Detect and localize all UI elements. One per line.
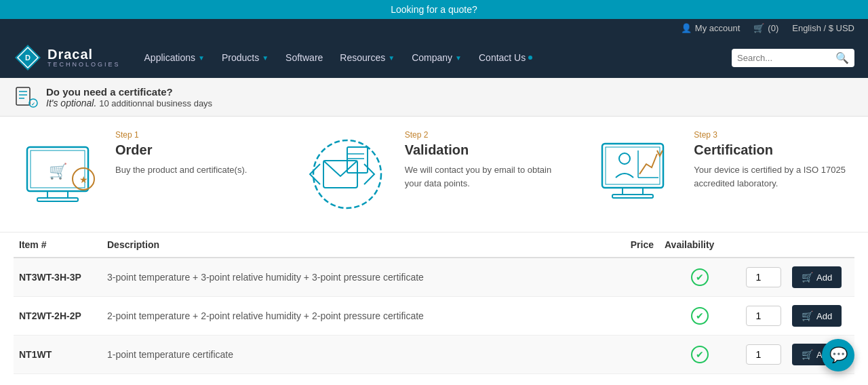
step-3-image [592, 130, 680, 218]
description-cell: 1-point temperature certificate [102, 336, 591, 374]
quantity-input[interactable] [746, 267, 781, 287]
nav-company[interactable]: Company ▼ [405, 47, 469, 68]
nav-applications[interactable]: Applications ▼ [138, 47, 212, 68]
add-to-cart-button[interactable]: 🛒 Add [792, 305, 842, 327]
my-account-link[interactable]: 👤 My account [681, 23, 740, 33]
add-label: Add [816, 272, 832, 283]
step-2-image [303, 130, 391, 218]
chat-bubble-button[interactable]: 💬 [822, 339, 854, 371]
svg-text:🛒: 🛒 [49, 162, 68, 180]
availability-check-icon: ✔ [691, 268, 709, 286]
main-header: D Dracal Technologies Applications ▼ Pro… [0, 37, 868, 78]
availability-check-icon: ✔ [691, 307, 709, 325]
quantity-input[interactable] [746, 344, 781, 365]
search-icon[interactable]: 🔍 [835, 52, 849, 64]
cart-link[interactable]: 🛒 (0) [753, 23, 778, 33]
svg-rect-23 [623, 188, 643, 195]
svg-rect-12 [37, 198, 78, 201]
col-add [787, 232, 854, 258]
svg-text:D: D [25, 54, 31, 62]
cart-icon: 🛒 [802, 310, 813, 321]
step-3-label: Step 3 [694, 130, 854, 140]
add-cell[interactable]: 🛒 Add [787, 258, 854, 297]
step-1-image: 🛒 ★ [14, 130, 102, 218]
add-label: Add [816, 311, 832, 321]
step-3-description: Your device is certified by a ISO 17025 … [694, 163, 854, 190]
price-cell [591, 258, 659, 297]
step-1-info: Step 1 Order Buy the product and certifi… [115, 130, 247, 177]
nav-contact-label: Contact Us [479, 52, 526, 63]
table-header-row: Item # Description Price Availability [14, 232, 854, 258]
banner-text: Looking for a quote? [391, 4, 477, 15]
brand-sub: Technologies [47, 61, 121, 68]
search-input[interactable] [737, 53, 832, 63]
svg-rect-21 [602, 144, 663, 188]
notification-dot [528, 56, 532, 60]
qty-cell[interactable] [741, 336, 787, 374]
cert-text: Do you need a certificate? It's optional… [46, 86, 212, 108]
table-row: NT2WT-2H-2P 2-point temperature + 2-poin… [14, 297, 854, 336]
col-item-num: Item # [14, 232, 102, 258]
qty-cell[interactable] [741, 297, 787, 336]
products-table: Item # Description Price Availability NT… [14, 232, 854, 374]
col-description: Description [102, 232, 591, 258]
nav-contact[interactable]: Contact Us [472, 47, 539, 68]
account-label: My account [695, 23, 740, 33]
table-section: Item # Description Price Availability NT… [0, 232, 868, 374]
description-cell: 3-point temperature + 3-point relative h… [102, 258, 591, 297]
add-cell[interactable]: 🛒 Add [787, 297, 854, 336]
steps-section: 🛒 ★ Step 1 Order Buy the product and cer… [0, 117, 868, 232]
cert-optional: It's optional. [46, 98, 96, 108]
item-num-cell: NT3WT-3H-3P [14, 258, 102, 297]
nav-products[interactable]: Products ▼ [215, 47, 275, 68]
step-2-title: Validation [405, 142, 566, 158]
nav-resources[interactable]: Resources ▼ [333, 47, 401, 68]
step-3-info: Step 3 Certification Your device is cert… [694, 130, 854, 190]
nav-company-label: Company [412, 52, 452, 63]
cert-days: 10 additionnal business days [99, 98, 212, 108]
svg-rect-11 [47, 191, 68, 198]
chevron-down-icon: ▼ [455, 54, 462, 62]
logo[interactable]: D Dracal Technologies [14, 43, 121, 72]
item-num-cell: NT2WT-2H-2P [14, 297, 102, 336]
language-selector[interactable]: English / $ USD [792, 23, 854, 33]
step-2-label: Step 2 [405, 130, 566, 140]
certificate-icon: ✓ [14, 85, 38, 109]
qty-cell[interactable] [741, 258, 787, 297]
nav-resources-label: Resources [340, 52, 385, 63]
svg-text:★: ★ [79, 174, 88, 185]
step-2-description: We will contact you by email to obtain y… [405, 163, 566, 190]
cart-count: (0) [768, 23, 778, 33]
language-label: English / $ USD [792, 23, 854, 33]
price-cell [591, 336, 659, 374]
cart-icon: 🛒 [802, 349, 813, 360]
nav-products-label: Products [222, 52, 259, 63]
svg-point-25 [619, 153, 630, 164]
cart-icon: 🛒 [753, 23, 764, 33]
search-area[interactable]: 🔍 [732, 49, 854, 67]
availability-check-icon: ✔ [691, 346, 709, 363]
step-3-title: Certification [694, 142, 854, 158]
main-nav: Applications ▼ Products ▼ Software Resou… [138, 47, 725, 68]
brand-name: Dracal [47, 47, 121, 61]
svg-text:✓: ✓ [31, 102, 35, 106]
cart-icon: 🛒 [802, 272, 813, 283]
svg-rect-3 [16, 87, 30, 105]
chevron-down-icon: ▼ [262, 54, 269, 62]
utility-bar: 👤 My account 🛒 (0) English / $ USD [0, 19, 868, 37]
step-1-description: Buy the product and certificate(s). [115, 163, 247, 177]
availability-cell: ✔ [659, 297, 741, 336]
step-2-block: Step 2 Validation We will contact you by… [303, 130, 566, 218]
account-icon: 👤 [681, 23, 692, 33]
chevron-down-icon: ▼ [198, 54, 205, 62]
item-num-cell: NT1WT [14, 336, 102, 374]
add-to-cart-button[interactable]: 🛒 Add [792, 266, 842, 288]
svg-rect-24 [612, 195, 653, 198]
quantity-input[interactable] [746, 306, 781, 326]
top-banner[interactable]: Looking for a quote? [0, 0, 868, 19]
cert-question: Do you need a certificate? [46, 86, 173, 98]
table-row: NT3WT-3H-3P 3-point temperature + 3-poin… [14, 258, 854, 297]
price-cell [591, 297, 659, 336]
nav-software[interactable]: Software [279, 47, 330, 68]
step-1-title: Order [115, 142, 247, 158]
